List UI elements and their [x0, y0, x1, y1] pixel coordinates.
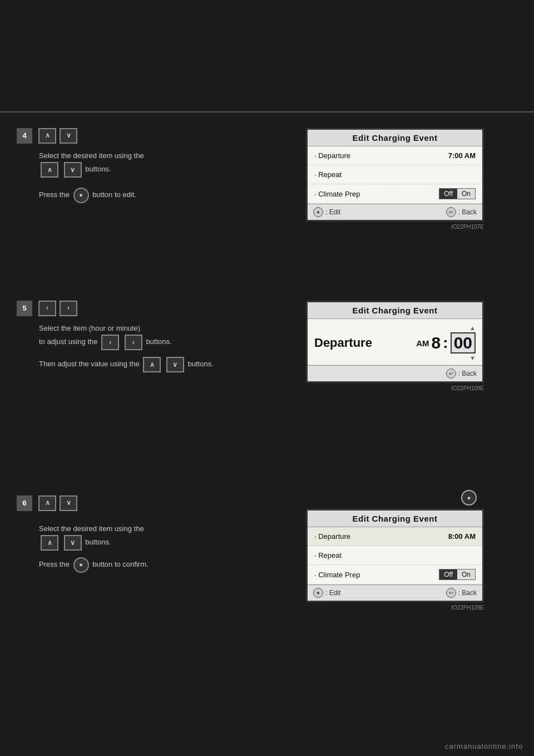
back-label-4: : Back — [458, 208, 477, 216]
instruction-text-5: Select the item (hour or minute) to adju… — [39, 322, 245, 372]
down-icon-inline-4b[interactable]: ∨ — [64, 162, 82, 178]
down-icon-inline-5d[interactable]: ∨ — [166, 357, 184, 372]
back-label-5: : Back — [458, 370, 477, 377]
right-icon-inline-5b[interactable]: › — [125, 335, 142, 350]
screen-row-departure-6[interactable]: · Departure 8:00 AM — [308, 527, 482, 546]
enter-hint-icon-6[interactable]: ● — [461, 490, 477, 505]
edit-icon-6: ● — [313, 588, 323, 598]
departure-word-5: Departure — [314, 336, 372, 350]
edit-icon-4: ● — [313, 207, 323, 217]
down-icon-inline-6b[interactable]: ∨ — [64, 535, 82, 551]
instruction-panel-5: 5 ‹ › Select the item (hour or minute) t… — [0, 289, 261, 384]
screen-row-climate-6[interactable]: · Climate Prep Off On — [308, 565, 482, 585]
toggle-on-4[interactable]: On — [457, 189, 475, 199]
climate-toggle-4[interactable]: Off On — [439, 188, 476, 199]
screen-title-6: Edit Charging Event — [308, 510, 482, 527]
toggle-on-6[interactable]: On — [457, 570, 475, 580]
edit-label-6: : Edit — [325, 589, 340, 597]
top-text-area — [0, 0, 534, 111]
screen-footer-5: ↩ : Back — [308, 365, 482, 381]
down-arrow-btn-6[interactable]: ∨ — [60, 495, 77, 511]
down-arrow-btn-4[interactable]: ∨ — [60, 128, 77, 144]
car-screen-5: Edit Charging Event Departure ▲ AM 8 : — [306, 301, 484, 383]
enter-btn-4[interactable]: ● — [73, 188, 89, 203]
instruction-text-6: Select the desired item using the ∧ ∨ bu… — [39, 517, 245, 573]
ampm-5: AM — [416, 338, 429, 348]
repeat-label-6: · Repeat — [314, 551, 476, 559]
edit-label-4: : Edit — [325, 208, 340, 216]
repeat-label-4: · Repeat — [314, 170, 476, 179]
brand-logo: carmanualonline.info — [445, 742, 523, 750]
screen-row-climate-4[interactable]: · Climate Prep Off On — [308, 184, 482, 204]
scroll-up-5[interactable]: ▲ — [469, 325, 476, 331]
minute-5: 00 — [451, 332, 476, 354]
car-screen-6: Edit Charging Event · Departure 8:00 AM … — [306, 509, 484, 602]
bottom-section: carmanualonline.info — [0, 656, 534, 756]
departure-label-6: · Departure — [314, 532, 448, 541]
image-code-6: IO22PH109E — [306, 605, 484, 611]
step-badge-5: 5 — [17, 301, 32, 316]
screen-footer-6: ● : Edit ↩ : Back — [308, 585, 482, 601]
step-badge-6: 6 — [17, 495, 32, 511]
departure-value-4: 7:00 AM — [448, 151, 476, 160]
left-icon-inline-5a[interactable]: ‹ — [101, 335, 119, 350]
edit-footer-btn-6[interactable]: ● : Edit — [313, 588, 340, 598]
climate-label-4: · Climate Prep — [314, 190, 439, 198]
back-footer-btn-6[interactable]: ↩ : Back — [446, 588, 477, 598]
screen-row-repeat-4[interactable]: · Repeat — [308, 165, 482, 184]
climate-label-6: · Climate Prep — [314, 571, 439, 579]
screen-panel-6: ● Edit Charging Event · Departure 8:00 A… — [261, 462, 534, 622]
scroll-down-5[interactable]: ▼ — [469, 355, 476, 361]
screen-title-4: Edit Charging Event — [308, 130, 482, 146]
section-divider — [0, 111, 534, 112]
colon-5: : — [443, 334, 448, 352]
instruction-panel-4: 4 ∧ ∨ Select the desired item using the … — [0, 117, 261, 214]
hour-5: 8 — [432, 333, 441, 352]
edit-footer-btn-4[interactable]: ● : Edit — [313, 207, 340, 217]
climate-toggle-6[interactable]: Off On — [439, 569, 476, 580]
back-icon-5: ↩ — [446, 369, 456, 379]
screen-panel-4: Edit Charging Event · Departure 7:00 AM … — [261, 117, 534, 241]
toggle-off-4[interactable]: Off — [439, 189, 457, 199]
up-arrow-btn-6[interactable]: ∧ — [38, 495, 56, 511]
screen-footer-4: ● : Edit ↩ : Back — [308, 204, 482, 220]
up-icon-inline-6a[interactable]: ∧ — [41, 535, 58, 551]
screen-panel-5: Edit Charging Event Departure ▲ AM 8 : — [261, 289, 534, 402]
back-icon-4: ↩ — [446, 207, 456, 217]
image-code-5: IO22PH108E — [306, 385, 484, 391]
enter-btn-6[interactable]: ● — [73, 557, 89, 573]
step-badge-4: 4 — [17, 128, 32, 144]
section-5: 5 ‹ › Select the item (hour or minute) t… — [0, 289, 534, 462]
section-6: 6 ∧ ∨ Select the desired item using the … — [0, 462, 534, 651]
image-code-4: IO22PH107E — [306, 224, 484, 230]
back-label-6: : Back — [458, 589, 477, 597]
back-footer-btn-5[interactable]: ↩ : Back — [446, 369, 477, 379]
up-icon-inline-4a[interactable]: ∧ — [41, 162, 58, 178]
back-footer-btn-4[interactable]: ↩ : Back — [446, 207, 477, 217]
screen-row-departure-4[interactable]: · Departure 7:00 AM — [308, 146, 482, 165]
screen-row-repeat-6[interactable]: · Repeat — [308, 546, 482, 565]
up-icon-inline-5c[interactable]: ∧ — [143, 357, 161, 372]
departure-value-6: 8:00 AM — [448, 532, 476, 541]
right-arrow-btn-5[interactable]: › — [60, 301, 77, 316]
left-arrow-btn-5[interactable]: ‹ — [38, 301, 56, 316]
car-screen-4: Edit Charging Event · Departure 7:00 AM … — [306, 128, 484, 222]
page-background: 4 ∧ ∨ Select the desired item using the … — [0, 0, 534, 756]
toggle-off-6[interactable]: Off — [439, 570, 457, 580]
up-arrow-btn-4[interactable]: ∧ — [38, 128, 56, 144]
screen-title-5: Edit Charging Event — [308, 302, 482, 319]
instruction-panel-6: 6 ∧ ∨ Select the desired item using the … — [0, 462, 261, 584]
departure-label-4: · Departure — [314, 151, 448, 160]
back-icon-6: ↩ — [446, 588, 456, 598]
instruction-text-4: Select the desired item using the ∧ ∨ bu… — [39, 149, 245, 203]
section-4: 4 ∧ ∨ Select the desired item using the … — [0, 117, 534, 289]
